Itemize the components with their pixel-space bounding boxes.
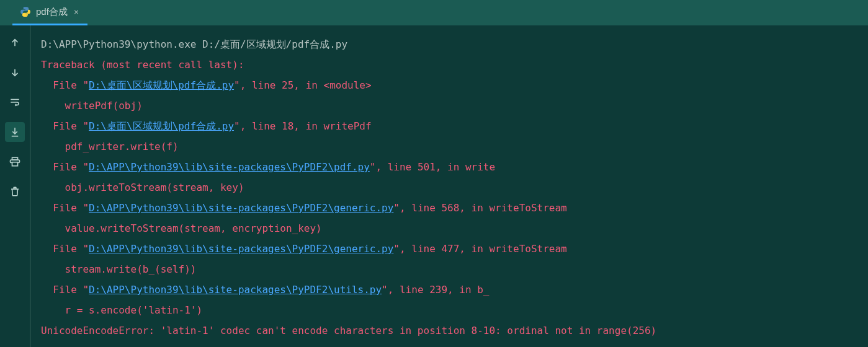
tab-bar: pdf合成 × — [0, 0, 868, 25]
frame-suffix: ", line 568, in writeToStream — [393, 202, 566, 214]
frame-prefix: File " — [41, 243, 89, 255]
tab-label: pdf合成 — [36, 6, 68, 18]
frame-code: value.writeToStream(stream, encryption_k… — [41, 218, 868, 239]
python-file-icon — [20, 6, 31, 17]
frame-suffix: ", line 25, in <module> — [234, 79, 372, 91]
trash-icon[interactable] — [5, 182, 25, 201]
tab-pdf合成[interactable]: pdf合成 × — [12, 0, 87, 25]
up-arrow-icon[interactable] — [5, 33, 25, 53]
traceback-frame-file: File "D:\APP\Python39\lib\site-packages\… — [41, 157, 868, 177]
frame-path-link[interactable]: D:\APP\Python39\lib\site-packages\PyPDF2… — [89, 161, 370, 173]
frame-code: pdf_writer.write(f) — [41, 136, 868, 157]
main-area: D:\APP\Python39\python.exe D:/桌面/区域规划/pd… — [0, 25, 868, 347]
frame-suffix: ", line 477, in writeToStream — [393, 243, 566, 255]
frame-prefix: File " — [41, 202, 89, 214]
close-icon[interactable]: × — [73, 7, 80, 17]
frame-path-link[interactable]: D:\APP\Python39\lib\site-packages\PyPDF2… — [89, 284, 382, 296]
ide-run-tool-window: pdf合成 × D:\APP\Python3 — [0, 0, 868, 347]
frame-code: obj.writeToStream(stream, key) — [41, 177, 868, 198]
traceback-frame-file: File "D:\APP\Python39\lib\site-packages\… — [41, 279, 868, 300]
traceback-frame-file: File "D:\APP\Python39\lib\site-packages\… — [41, 198, 868, 218]
frame-code: writePdf(obj) — [41, 95, 868, 116]
frame-prefix: File " — [41, 284, 89, 296]
frame-suffix: ", line 239, in b_ — [382, 284, 489, 296]
frame-suffix: ", line 18, in writePdf — [234, 120, 372, 132]
frame-path-link[interactable]: D:\桌面\区域规划\pdf合成.py — [89, 79, 234, 91]
traceback-frame-file: File "D:\桌面\区域规划\pdf合成.py", line 25, in … — [41, 75, 868, 95]
traceback-header: Traceback (most recent call last): — [41, 55, 868, 75]
frame-code: stream.write(b_(self)) — [41, 259, 868, 279]
svg-rect-1 — [12, 162, 18, 166]
traceback-frame-file: File "D:\APP\Python39\lib\site-packages\… — [41, 239, 868, 259]
frame-code: r = s.encode('latin-1') — [41, 300, 868, 320]
frame-prefix: File " — [41, 161, 89, 173]
down-arrow-icon[interactable] — [5, 63, 25, 82]
scroll-to-end-icon[interactable] — [5, 122, 25, 142]
traceback-frame-file: File "D:\桌面\区域规划\pdf合成.py", line 18, in … — [41, 116, 868, 136]
frame-suffix: ", line 501, in write — [370, 161, 495, 173]
frame-path-link[interactable]: D:\APP\Python39\lib\site-packages\PyPDF2… — [89, 243, 393, 255]
frame-path-link[interactable]: D:\APP\Python39\lib\site-packages\PyPDF2… — [89, 202, 393, 214]
frame-path-link[interactable]: D:\桌面\区域规划\pdf合成.py — [89, 120, 234, 132]
command-line: D:\APP\Python39\python.exe D:/桌面/区域规划/pd… — [41, 34, 868, 55]
frame-prefix: File " — [41, 120, 89, 132]
print-icon[interactable] — [5, 152, 25, 172]
error-message: UnicodeEncodeError: 'latin-1' codec can'… — [41, 320, 868, 341]
console-output[interactable]: D:\APP\Python39\python.exe D:/桌面/区域规划/pd… — [30, 25, 868, 347]
run-toolbar — [0, 25, 30, 347]
frame-prefix: File " — [41, 79, 89, 91]
soft-wrap-icon[interactable] — [5, 92, 25, 112]
